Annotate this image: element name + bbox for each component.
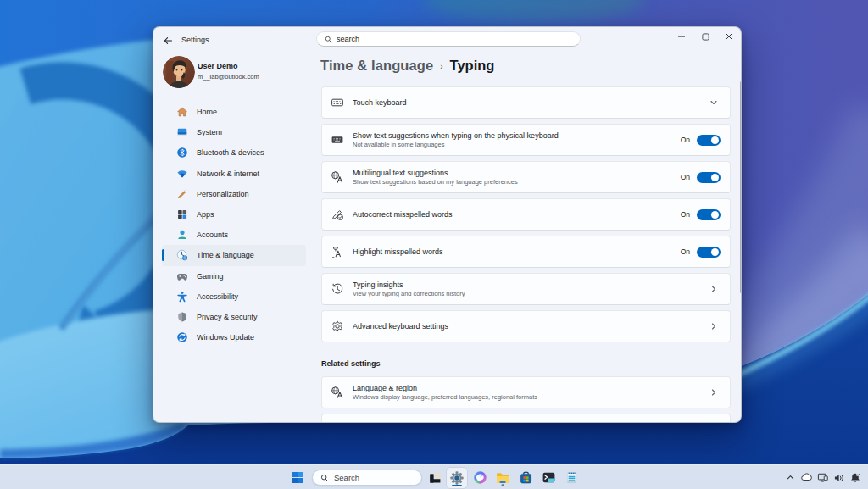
close-button[interactable]: [717, 27, 741, 46]
sidebar-item-bluetooth[interactable]: Bluetooth & devices: [162, 142, 306, 163]
taskbar-search-label: Search: [334, 473, 359, 482]
minimize-button[interactable]: [670, 27, 693, 46]
card-subtitle: View your typing and corrections history: [353, 290, 709, 297]
caption-buttons: [670, 27, 741, 46]
breadcrumb-separator-icon: ›: [440, 62, 442, 71]
card-show-text-suggestions[interactable]: Show text suggestions when typing on the…: [321, 124, 731, 156]
related-settings-header: Related settings: [321, 359, 381, 368]
taskbar-app-file-explorer[interactable]: [492, 468, 513, 488]
card-touch-keyboard[interactable]: Touch keyboard: [321, 86, 731, 119]
start-button[interactable]: [287, 468, 308, 488]
toggle-knob: [711, 248, 719, 256]
sidebar-item-network[interactable]: Network & internet: [162, 164, 306, 184]
toggle-knob: [711, 136, 719, 144]
user-name: User Demo: [198, 62, 238, 70]
back-button[interactable]: [160, 33, 175, 47]
card-partial[interactable]: [321, 414, 731, 423]
card-title: Touch keyboard: [353, 98, 709, 107]
notepad-icon: [565, 470, 579, 485]
taskbar-search[interactable]: Search: [312, 470, 422, 486]
back-arrow-icon: [163, 36, 173, 46]
home-icon: [176, 106, 188, 118]
sidebar-item-home[interactable]: Home: [162, 102, 306, 122]
toggle-knob: [711, 174, 719, 181]
close-icon: [725, 32, 733, 41]
system-icon: [176, 126, 188, 138]
card-language-region[interactable]: Language & region Windows display langua…: [321, 376, 731, 408]
settings-search-box[interactable]: [316, 31, 581, 47]
tray-notifications-icon[interactable]: [847, 470, 863, 486]
personalization-icon: [176, 188, 188, 200]
card-multilingual-suggestions[interactable]: Multilingual text suggestions Show text …: [321, 161, 731, 193]
toggle-switch[interactable]: [697, 209, 721, 220]
sidebar-item-apps[interactable]: Apps: [162, 204, 306, 225]
card-subtitle: Windows display language, preferred lang…: [353, 393, 709, 401]
card-highlight-misspelled[interactable]: Highlight misspelled words On: [321, 236, 731, 268]
user-email: m__lab@outlook.com: [198, 73, 259, 81]
toggle-show-text-suggestions[interactable]: On: [681, 135, 721, 146]
tray-chevron-up-icon[interactable]: [782, 470, 798, 486]
card-title: Show text suggestions when typing on the…: [353, 131, 681, 140]
card-title: Multilingual text suggestions: [353, 169, 681, 177]
toggle-multilingual-suggestions[interactable]: On: [681, 172, 721, 183]
chevron-right-icon: [709, 388, 718, 397]
taskbar-app-task-view[interactable]: [425, 468, 445, 488]
window-title: Settings: [181, 36, 209, 44]
tray-network-icon[interactable]: [815, 470, 831, 486]
multilingual-icon: [331, 170, 344, 184]
card-title: Language & region: [353, 384, 709, 392]
taskbar-app-copilot[interactable]: [470, 468, 490, 488]
sidebar-item-windows-update[interactable]: Windows Update: [162, 327, 306, 347]
toggle-autocorrect[interactable]: On: [681, 209, 721, 220]
taskbar-app-store[interactable]: [515, 468, 536, 488]
card-subtitle: Not available in some languages: [353, 141, 681, 148]
file-explorer-icon: [495, 470, 510, 486]
tray-onedrive-icon[interactable]: [798, 470, 815, 486]
accessibility-icon: [176, 291, 188, 303]
time-language-icon: [176, 249, 188, 261]
chevron-down-icon[interactable]: [709, 98, 718, 107]
language-region-icon: [331, 386, 344, 399]
scrollbar-thumb[interactable]: [740, 81, 742, 293]
sidebar-item-personalization[interactable]: Personalization: [162, 184, 306, 204]
settings-window: Settings: [153, 26, 742, 423]
network-icon: [176, 168, 188, 180]
taskbar-app-terminal[interactable]: [538, 468, 559, 488]
advanced-keyboard-icon: [331, 320, 344, 333]
sidebar-item-accessibility[interactable]: Accessibility: [162, 286, 306, 307]
toggle-state-label: On: [681, 173, 690, 181]
toggle-switch[interactable]: [697, 135, 721, 146]
sidebar-nav: Home System Bluetooth & devices Network …: [162, 102, 306, 347]
taskbar-app-settings[interactable]: [447, 468, 467, 488]
breadcrumb: Time & language › Typing: [320, 58, 494, 74]
touch-keyboard-icon: [331, 96, 344, 109]
toggle-highlight-misspelled[interactable]: On: [681, 247, 721, 258]
toggle-state-label: On: [681, 136, 690, 144]
maximize-button[interactable]: [693, 27, 717, 46]
breadcrumb-parent[interactable]: Time & language: [320, 58, 433, 74]
maximize-icon: [702, 33, 709, 41]
chevron-right-icon: [709, 285, 718, 293]
windows-logo-icon: [292, 472, 303, 483]
taskbar-app-notepad[interactable]: [561, 468, 581, 488]
toggle-knob: [711, 211, 719, 219]
card-typing-insights[interactable]: Typing insights View your typing and cor…: [321, 273, 731, 305]
sidebar-item-gaming[interactable]: Gaming: [162, 266, 306, 286]
sidebar-item-privacy[interactable]: Privacy & security: [162, 307, 306, 327]
toggle-switch[interactable]: [697, 172, 721, 183]
toggle-state-label: On: [681, 247, 690, 256]
sidebar-item-system[interactable]: System: [162, 122, 306, 142]
typing-insights-icon: [331, 282, 344, 296]
minimize-icon: [677, 32, 686, 41]
sidebar-item-time-language[interactable]: Time & language: [162, 245, 306, 265]
toggle-state-label: On: [681, 210, 690, 219]
toggle-switch[interactable]: [697, 247, 721, 258]
card-autocorrect[interactable]: Autocorrect misspelled words On: [321, 198, 731, 231]
avatar[interactable]: [163, 56, 195, 88]
tray-volume-icon[interactable]: [831, 470, 847, 486]
copilot-icon: [473, 470, 487, 485]
settings-search-input[interactable]: [337, 35, 557, 43]
chevron-right-icon: [709, 322, 718, 331]
card-advanced-keyboard[interactable]: Advanced keyboard settings: [321, 310, 731, 342]
sidebar-item-accounts[interactable]: Accounts: [162, 225, 306, 245]
